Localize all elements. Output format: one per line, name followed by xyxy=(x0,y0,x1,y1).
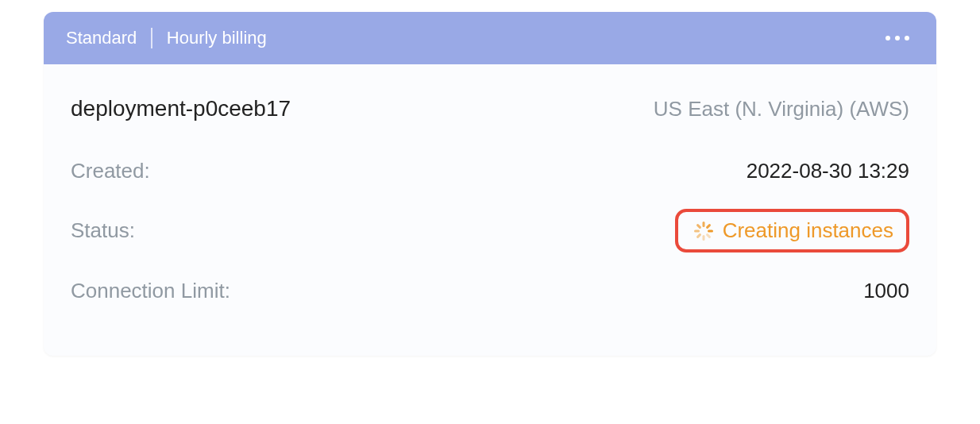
more-icon xyxy=(895,36,900,40)
tier-label: Standard xyxy=(66,28,137,48)
card-header: Standard Hourly billing xyxy=(44,12,936,64)
header-left: Standard Hourly billing xyxy=(66,28,267,48)
connection-limit-row: Connection Limit: 1000 xyxy=(71,273,909,308)
connection-limit-label: Connection Limit: xyxy=(71,279,230,303)
deployment-name: deployment-p0ceeb17 xyxy=(71,96,291,121)
status-row: Status: Creating instances xyxy=(71,209,909,252)
billing-label: Hourly billing xyxy=(167,28,267,48)
title-row: deployment-p0ceeb17 US East (N. Virginia… xyxy=(71,96,909,121)
status-value: Creating instances xyxy=(723,218,893,243)
created-row: Created: 2022-08-30 13:29 xyxy=(71,153,909,188)
created-value: 2022-08-30 13:29 xyxy=(747,159,909,183)
header-divider xyxy=(151,28,152,48)
status-value-container: Creating instances xyxy=(675,209,909,252)
connection-limit-value: 1000 xyxy=(863,279,909,303)
created-label: Created: xyxy=(71,159,150,183)
spinner-icon xyxy=(694,222,713,241)
more-icon xyxy=(885,36,890,40)
more-menu-button[interactable] xyxy=(881,31,914,45)
card-body: deployment-p0ceeb17 US East (N. Virginia… xyxy=(44,64,936,356)
more-icon xyxy=(905,36,909,40)
status-label: Status: xyxy=(71,218,135,243)
deployment-region: US East (N. Virginia) (AWS) xyxy=(654,97,909,121)
deployment-card: Standard Hourly billing deployment-p0cee… xyxy=(44,12,936,356)
